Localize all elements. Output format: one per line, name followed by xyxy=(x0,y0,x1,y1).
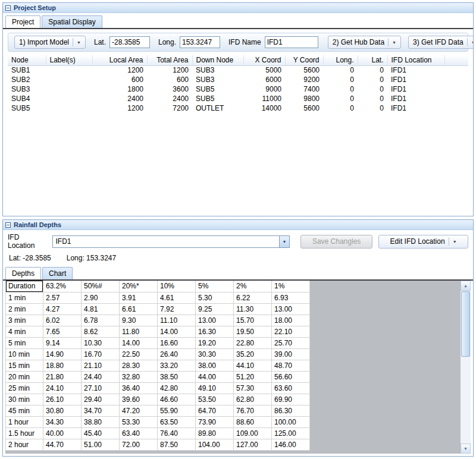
depths-cell[interactable]: 8.62 xyxy=(82,326,120,337)
node-row[interactable]: SUB112001200SUB35000560000IFD1 xyxy=(8,65,468,75)
depths-cell[interactable]: 26.10 xyxy=(43,394,82,405)
depths-cell[interactable]: 86.30 xyxy=(272,405,310,416)
depths-row[interactable]: 3 min6.026.789.3011.1013.0015.7018.00 xyxy=(6,315,310,326)
column-header[interactable]: Y Coord xyxy=(285,55,323,65)
depths-cell[interactable]: 1.5 hour xyxy=(6,427,43,439)
depths-cell[interactable]: 39.00 xyxy=(272,348,310,360)
depths-cell[interactable]: 13.00 xyxy=(272,303,310,315)
depths-cell[interactable]: 21.10 xyxy=(82,360,120,371)
depths-cell[interactable]: 38.00 xyxy=(196,360,234,371)
depths-cell[interactable]: 1 hour xyxy=(6,416,43,427)
lat-input[interactable] xyxy=(109,36,150,48)
depths-cell[interactable]: 63.40 xyxy=(120,427,158,439)
tab-chart[interactable]: Chart xyxy=(42,267,73,279)
depths-row[interactable]: 2 hour44.7051.0072.0087.50104.00127.0014… xyxy=(6,439,310,450)
depths-cell[interactable]: 109.00 xyxy=(234,427,272,439)
depths-cell[interactable]: 19.20 xyxy=(196,337,234,348)
depths-cell[interactable]: 44.10 xyxy=(234,360,272,371)
node-row[interactable]: SUB512007200OUTLET14000560000IFD1 xyxy=(8,103,468,113)
depths-cell[interactable]: 20 min xyxy=(6,371,43,382)
depths-cell[interactable]: 9.25 xyxy=(196,303,234,315)
depths-cell[interactable]: 5% xyxy=(196,281,234,292)
depths-cell[interactable]: 11.10 xyxy=(158,315,196,326)
depths-cell[interactable]: 11.30 xyxy=(234,303,272,315)
combo-dropdown-icon[interactable]: ▼ xyxy=(279,236,289,247)
depths-row[interactable]: 2 min4.274.816.617.929.2511.3013.00 xyxy=(6,303,310,315)
depths-cell[interactable]: 7.65 xyxy=(43,326,82,337)
depths-cell[interactable]: 51.20 xyxy=(234,371,272,382)
column-header[interactable]: Local Area xyxy=(92,55,147,65)
depths-cell[interactable]: 4.61 xyxy=(158,292,196,303)
depths-cell[interactable]: 25 min xyxy=(6,382,43,394)
depths-cell[interactable]: 62.80 xyxy=(234,394,272,405)
depths-cell[interactable]: 4 min xyxy=(6,326,43,337)
depths-cell[interactable]: 63.2% xyxy=(43,281,82,292)
depths-row[interactable]: 1 min2.572.903.914.615.306.226.93 xyxy=(6,292,310,303)
depths-cell[interactable]: 5 min xyxy=(6,337,43,348)
depths-cell[interactable]: 11.80 xyxy=(120,326,158,337)
depths-cell[interactable]: 2 hour xyxy=(6,439,43,450)
depths-cell[interactable]: 30 min xyxy=(6,394,43,405)
depths-cell[interactable]: 28.30 xyxy=(120,360,158,371)
depths-cell[interactable]: 3.91 xyxy=(120,292,158,303)
depths-cell[interactable]: 44.00 xyxy=(196,371,234,382)
depths-row[interactable]: 5 min9.1410.3014.0016.6019.2022.8025.70 xyxy=(6,337,310,348)
depths-cell[interactable]: 127.00 xyxy=(234,439,272,450)
depths-cell[interactable]: 88.60 xyxy=(234,416,272,427)
depths-cell[interactable]: 47.20 xyxy=(120,405,158,416)
depths-cell[interactable]: 10.30 xyxy=(82,337,120,348)
depths-cell[interactable]: 32.80 xyxy=(120,371,158,382)
depths-cell[interactable]: 6.93 xyxy=(272,292,310,303)
depths-cell[interactable]: 2.90 xyxy=(82,292,120,303)
depths-cell[interactable]: 26.40 xyxy=(158,348,196,360)
depths-cell[interactable]: 51.00 xyxy=(82,439,120,450)
depths-cell[interactable]: 35.20 xyxy=(234,348,272,360)
scrollbar-track[interactable] xyxy=(461,291,471,444)
depths-cell[interactable]: 10% xyxy=(158,281,196,292)
depths-cell[interactable]: 9.30 xyxy=(120,315,158,326)
depths-row[interactable]: 1 hour34.3038.8053.3063.5073.9088.60100.… xyxy=(6,416,310,427)
node-row[interactable]: SUB2600600SUB36000920000IFD1 xyxy=(8,75,468,84)
depths-cell[interactable]: 4.81 xyxy=(82,303,120,315)
depths-cell[interactable]: 146.00 xyxy=(272,439,310,450)
depths-cell[interactable]: 38.80 xyxy=(82,416,120,427)
node-row[interactable]: SUB424002400SUB511000980000IFD1 xyxy=(8,94,468,103)
depths-cell[interactable]: 100.00 xyxy=(272,416,310,427)
depths-cell[interactable]: 15 min xyxy=(6,360,43,371)
depths-row[interactable]: 45 min30.8034.7047.2055.9064.7076.7086.3… xyxy=(6,405,310,416)
depths-cell[interactable]: 1 min xyxy=(6,292,43,303)
depths-cell[interactable]: 64.70 xyxy=(196,405,234,416)
project-setup-panel-header[interactable]: Project Setup xyxy=(3,3,473,13)
depths-cell[interactable]: 38.50 xyxy=(158,371,196,382)
column-header[interactable]: X Coord xyxy=(243,55,285,65)
depths-cell[interactable]: 48.70 xyxy=(272,360,310,371)
depths-cell[interactable]: 2.57 xyxy=(43,292,82,303)
depths-cell[interactable]: 40.00 xyxy=(43,427,82,439)
depths-cell[interactable]: 34.70 xyxy=(82,405,120,416)
depths-cell[interactable]: 57.30 xyxy=(234,382,272,394)
save-changes-button[interactable]: Save Changles xyxy=(300,235,372,249)
depths-cell[interactable]: 6.22 xyxy=(234,292,272,303)
scrollbar-thumb[interactable] xyxy=(461,291,470,357)
depths-cell[interactable]: 1% xyxy=(272,281,310,292)
depths-cell[interactable]: 22.80 xyxy=(234,337,272,348)
depths-cell[interactable]: 125.00 xyxy=(272,427,310,439)
depths-cell[interactable]: 89.80 xyxy=(196,427,234,439)
column-header[interactable]: Lat. xyxy=(358,55,387,65)
long-input[interactable] xyxy=(180,36,220,48)
rainfall-depths-panel-header[interactable]: Rainfall Depths xyxy=(3,220,473,230)
column-header[interactable]: Label(s) xyxy=(46,55,92,65)
depths-cell[interactable]: 87.50 xyxy=(158,439,196,450)
depths-cell[interactable]: 72.00 xyxy=(120,439,158,450)
depths-row[interactable]: 20 min21.8024.4032.8038.5044.0051.2056.6… xyxy=(6,371,310,382)
depths-cell[interactable]: 39.60 xyxy=(120,394,158,405)
tab-spatial-display[interactable]: Spatial Display xyxy=(42,15,102,28)
depths-cell[interactable]: 9.14 xyxy=(43,337,82,348)
depths-cell[interactable]: 30.80 xyxy=(43,405,82,416)
depths-cell[interactable]: 24.10 xyxy=(43,382,82,394)
collapse-icon[interactable] xyxy=(5,222,11,228)
depths-row[interactable]: 15 min18.8021.1028.3033.2038.0044.1048.7… xyxy=(6,360,310,371)
depths-cell[interactable]: 3 min xyxy=(6,315,43,326)
depths-cell[interactable]: 53.50 xyxy=(196,394,234,405)
depths-cell[interactable]: 42.80 xyxy=(158,382,196,394)
